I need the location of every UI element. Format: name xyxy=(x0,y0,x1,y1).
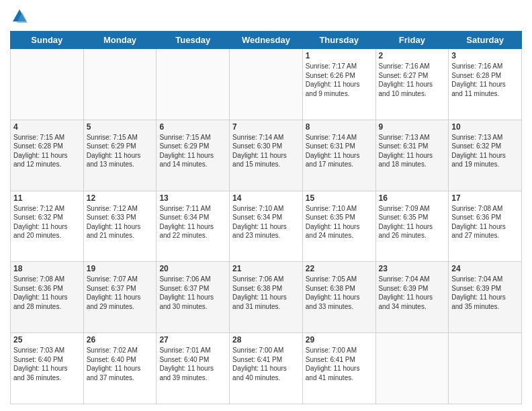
day-number: 14 xyxy=(232,193,300,203)
day-number: 1 xyxy=(306,51,373,60)
day-info: Sunrise: 7:14 AM Sunset: 6:31 PM Dayligh… xyxy=(306,133,373,169)
calendar-cell xyxy=(157,49,230,120)
calendar-day-header: Monday xyxy=(83,32,157,49)
calendar-body: 1Sunrise: 7:17 AM Sunset: 6:26 PM Daylig… xyxy=(11,49,522,404)
day-info: Sunrise: 7:01 AM Sunset: 6:40 PM Dayligh… xyxy=(159,346,226,382)
day-number: 7 xyxy=(232,122,300,132)
logo-icon xyxy=(10,7,29,26)
calendar-cell: 13Sunrise: 7:11 AM Sunset: 6:34 PM Dayli… xyxy=(157,191,230,262)
calendar-week-row: 11Sunrise: 7:12 AM Sunset: 6:32 PM Dayli… xyxy=(11,191,522,262)
day-number: 18 xyxy=(13,264,81,273)
day-number: 3 xyxy=(451,51,519,60)
day-info: Sunrise: 7:04 AM Sunset: 6:39 PM Dayligh… xyxy=(379,275,446,311)
calendar-cell: 22Sunrise: 7:05 AM Sunset: 6:38 PM Dayli… xyxy=(302,262,375,333)
calendar-cell xyxy=(230,49,303,120)
calendar-cell: 19Sunrise: 7:07 AM Sunset: 6:37 PM Dayli… xyxy=(83,262,157,333)
day-info: Sunrise: 7:17 AM Sunset: 6:26 PM Dayligh… xyxy=(306,62,373,98)
calendar-cell: 9Sunrise: 7:13 AM Sunset: 6:31 PM Daylig… xyxy=(375,120,449,191)
calendar-cell: 10Sunrise: 7:13 AM Sunset: 6:32 PM Dayli… xyxy=(449,120,522,191)
calendar-day-header: Tuesday xyxy=(157,32,230,49)
day-number: 13 xyxy=(159,193,226,203)
day-info: Sunrise: 7:12 AM Sunset: 6:33 PM Dayligh… xyxy=(87,204,154,240)
calendar-cell: 17Sunrise: 7:08 AM Sunset: 6:36 PM Dayli… xyxy=(449,191,522,262)
day-number: 6 xyxy=(159,122,226,132)
calendar-cell: 12Sunrise: 7:12 AM Sunset: 6:33 PM Dayli… xyxy=(83,191,157,262)
day-info: Sunrise: 7:06 AM Sunset: 6:37 PM Dayligh… xyxy=(159,275,226,311)
day-info: Sunrise: 7:08 AM Sunset: 6:36 PM Dayligh… xyxy=(451,204,519,240)
calendar-cell xyxy=(375,333,449,404)
calendar-week-row: 4Sunrise: 7:15 AM Sunset: 6:28 PM Daylig… xyxy=(11,120,522,191)
header xyxy=(10,7,522,26)
day-number: 4 xyxy=(13,122,81,132)
day-number: 23 xyxy=(379,264,446,273)
calendar-cell: 3Sunrise: 7:16 AM Sunset: 6:28 PM Daylig… xyxy=(449,49,522,120)
day-number: 27 xyxy=(159,335,226,345)
calendar-cell xyxy=(11,49,84,120)
calendar-header-row: SundayMondayTuesdayWednesdayThursdayFrid… xyxy=(11,32,522,49)
calendar-cell: 20Sunrise: 7:06 AM Sunset: 6:37 PM Dayli… xyxy=(157,262,230,333)
day-info: Sunrise: 7:06 AM Sunset: 6:38 PM Dayligh… xyxy=(232,275,300,311)
calendar-cell: 16Sunrise: 7:09 AM Sunset: 6:35 PM Dayli… xyxy=(375,191,449,262)
day-info: Sunrise: 7:15 AM Sunset: 6:29 PM Dayligh… xyxy=(87,133,154,169)
day-info: Sunrise: 7:00 AM Sunset: 6:41 PM Dayligh… xyxy=(232,346,300,382)
day-number: 25 xyxy=(13,335,81,345)
day-number: 10 xyxy=(451,122,519,132)
calendar-cell: 23Sunrise: 7:04 AM Sunset: 6:39 PM Dayli… xyxy=(375,262,449,333)
calendar-cell: 7Sunrise: 7:14 AM Sunset: 6:30 PM Daylig… xyxy=(230,120,303,191)
day-info: Sunrise: 7:07 AM Sunset: 6:37 PM Dayligh… xyxy=(87,275,154,311)
day-info: Sunrise: 7:03 AM Sunset: 6:40 PM Dayligh… xyxy=(13,346,81,382)
calendar-cell xyxy=(449,333,522,404)
day-number: 15 xyxy=(306,193,373,203)
calendar-cell: 6Sunrise: 7:15 AM Sunset: 6:29 PM Daylig… xyxy=(157,120,230,191)
day-number: 22 xyxy=(306,264,373,273)
day-info: Sunrise: 7:12 AM Sunset: 6:32 PM Dayligh… xyxy=(13,204,81,240)
day-number: 28 xyxy=(232,335,300,345)
day-info: Sunrise: 7:13 AM Sunset: 6:31 PM Dayligh… xyxy=(379,133,446,169)
calendar-week-row: 1Sunrise: 7:17 AM Sunset: 6:26 PM Daylig… xyxy=(11,49,522,120)
day-info: Sunrise: 7:15 AM Sunset: 6:28 PM Dayligh… xyxy=(13,133,81,169)
day-info: Sunrise: 7:08 AM Sunset: 6:36 PM Dayligh… xyxy=(13,275,81,311)
day-info: Sunrise: 7:02 AM Sunset: 6:40 PM Dayligh… xyxy=(87,346,154,382)
calendar-cell: 8Sunrise: 7:14 AM Sunset: 6:31 PM Daylig… xyxy=(302,120,375,191)
day-info: Sunrise: 7:09 AM Sunset: 6:35 PM Dayligh… xyxy=(379,204,446,240)
calendar-cell: 18Sunrise: 7:08 AM Sunset: 6:36 PM Dayli… xyxy=(11,262,84,333)
calendar-cell: 29Sunrise: 7:00 AM Sunset: 6:41 PM Dayli… xyxy=(302,333,375,404)
day-number: 21 xyxy=(232,264,300,273)
day-number: 26 xyxy=(87,335,154,345)
day-number: 24 xyxy=(451,264,519,273)
day-number: 5 xyxy=(87,122,154,132)
day-number: 20 xyxy=(159,264,226,273)
calendar-table: SundayMondayTuesdayWednesdayThursdayFrid… xyxy=(10,31,522,404)
day-info: Sunrise: 7:00 AM Sunset: 6:41 PM Dayligh… xyxy=(306,346,373,382)
page: SundayMondayTuesdayWednesdayThursdayFrid… xyxy=(0,0,532,411)
calendar-day-header: Wednesday xyxy=(230,32,303,49)
day-number: 17 xyxy=(451,193,519,203)
calendar-cell: 26Sunrise: 7:02 AM Sunset: 6:40 PM Dayli… xyxy=(83,333,157,404)
calendar-cell: 11Sunrise: 7:12 AM Sunset: 6:32 PM Dayli… xyxy=(11,191,84,262)
calendar-cell: 2Sunrise: 7:16 AM Sunset: 6:27 PM Daylig… xyxy=(375,49,449,120)
day-number: 12 xyxy=(87,193,154,203)
day-info: Sunrise: 7:11 AM Sunset: 6:34 PM Dayligh… xyxy=(159,204,226,240)
calendar-week-row: 18Sunrise: 7:08 AM Sunset: 6:36 PM Dayli… xyxy=(11,262,522,333)
day-number: 9 xyxy=(379,122,446,132)
calendar-cell: 28Sunrise: 7:00 AM Sunset: 6:41 PM Dayli… xyxy=(230,333,303,404)
day-info: Sunrise: 7:10 AM Sunset: 6:34 PM Dayligh… xyxy=(232,204,300,240)
day-info: Sunrise: 7:15 AM Sunset: 6:29 PM Dayligh… xyxy=(159,133,226,169)
calendar-cell xyxy=(83,49,157,120)
calendar-cell: 21Sunrise: 7:06 AM Sunset: 6:38 PM Dayli… xyxy=(230,262,303,333)
day-info: Sunrise: 7:14 AM Sunset: 6:30 PM Dayligh… xyxy=(232,133,300,169)
day-info: Sunrise: 7:10 AM Sunset: 6:35 PM Dayligh… xyxy=(306,204,373,240)
day-info: Sunrise: 7:04 AM Sunset: 6:39 PM Dayligh… xyxy=(451,275,519,311)
calendar-day-header: Thursday xyxy=(302,32,375,49)
calendar-day-header: Friday xyxy=(375,32,449,49)
calendar-cell: 4Sunrise: 7:15 AM Sunset: 6:28 PM Daylig… xyxy=(11,120,84,191)
calendar-day-header: Saturday xyxy=(449,32,522,49)
calendar-week-row: 25Sunrise: 7:03 AM Sunset: 6:40 PM Dayli… xyxy=(11,333,522,404)
day-info: Sunrise: 7:05 AM Sunset: 6:38 PM Dayligh… xyxy=(306,275,373,311)
calendar-cell: 1Sunrise: 7:17 AM Sunset: 6:26 PM Daylig… xyxy=(302,49,375,120)
day-info: Sunrise: 7:16 AM Sunset: 6:27 PM Dayligh… xyxy=(379,62,446,98)
day-number: 2 xyxy=(379,51,446,60)
day-number: 8 xyxy=(306,122,373,132)
day-number: 11 xyxy=(13,193,81,203)
day-number: 19 xyxy=(87,264,154,273)
